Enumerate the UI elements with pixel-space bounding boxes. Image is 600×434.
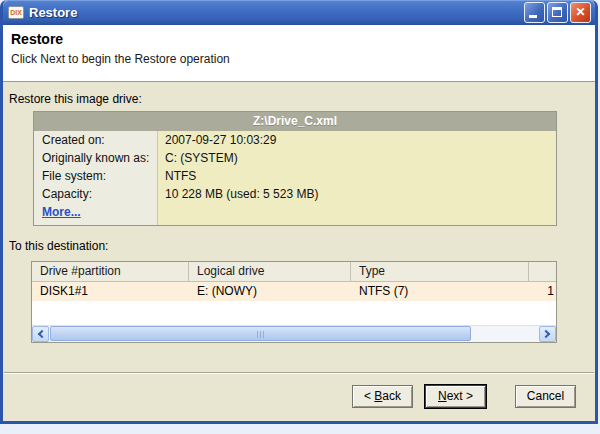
next-button[interactable]: Next > bbox=[424, 384, 487, 409]
table-row: File system: NTFS bbox=[34, 167, 556, 185]
destination-list-header: Drive #partition Logical drive Type bbox=[32, 262, 556, 282]
wizard-header: Restore Click Next to begin the Restore … bbox=[3, 25, 595, 82]
maximize-icon bbox=[552, 7, 562, 17]
back-label: < bbox=[364, 389, 374, 403]
destination-section-label: To this destination: bbox=[9, 239, 595, 253]
row-value: 10 228 MB (used: 5 523 MB) bbox=[158, 185, 556, 203]
page-subtitle: Click Next to begin the Restore operatio… bbox=[11, 52, 585, 66]
screenshot-root: { "window": { "title": "Restore", "icon_… bbox=[0, 0, 600, 434]
scroll-left-button[interactable] bbox=[32, 326, 49, 342]
column-header-type[interactable]: Type bbox=[351, 262, 529, 281]
column-header-size[interactable] bbox=[529, 262, 556, 281]
row-value: NTFS bbox=[158, 167, 556, 185]
app-icon: DIX bbox=[8, 6, 24, 19]
row-label: Originally known as: bbox=[34, 149, 158, 167]
page-title: Restore bbox=[11, 31, 585, 47]
row-label: Created on: bbox=[34, 131, 158, 149]
restore-dialog-window: DIX Restore ✕ Restore Click Next to begi… bbox=[0, 0, 598, 424]
more-cell: More... bbox=[34, 203, 158, 225]
dialog-body: Restore this image drive: Z:\Drive_C.xml… bbox=[3, 82, 595, 343]
cell-logical: E: (NOWY) bbox=[189, 282, 351, 301]
more-link[interactable]: More... bbox=[42, 205, 81, 219]
cell-type: NTFS (7) bbox=[351, 282, 529, 301]
close-icon: ✕ bbox=[571, 3, 590, 22]
minimize-button[interactable] bbox=[524, 2, 545, 23]
row-label: File system: bbox=[34, 167, 158, 185]
window-title: Restore bbox=[29, 5, 522, 20]
chevron-left-icon bbox=[38, 330, 46, 338]
chevron-right-icon bbox=[542, 330, 550, 338]
cancel-button[interactable]: Cancel bbox=[515, 385, 576, 408]
column-header-drive[interactable]: Drive #partition bbox=[32, 262, 189, 281]
cell-drive: DISK1#1 bbox=[32, 282, 189, 301]
scroll-right-button[interactable] bbox=[539, 326, 556, 342]
close-button[interactable]: ✕ bbox=[570, 2, 591, 23]
destination-row[interactable]: DISK1#1 E: (NOWY) NTFS (7) 1 bbox=[32, 282, 556, 301]
source-image-path: Z:\Drive_C.xml bbox=[34, 112, 556, 131]
footer-divider bbox=[4, 372, 594, 374]
minimize-icon bbox=[529, 15, 537, 18]
back-button[interactable]: < Back bbox=[352, 385, 413, 408]
row-value bbox=[158, 203, 556, 225]
table-row: More... bbox=[34, 203, 556, 225]
scrollbar-track[interactable] bbox=[49, 326, 539, 342]
row-value: C: (SYSTEM) bbox=[158, 149, 556, 167]
titlebar[interactable]: DIX Restore ✕ bbox=[3, 0, 595, 25]
row-label: Capacity: bbox=[34, 185, 158, 203]
row-value: 2007-09-27 10:03:29 bbox=[158, 131, 556, 149]
source-section-label: Restore this image drive: bbox=[9, 92, 595, 106]
scrollbar-thumb[interactable] bbox=[50, 326, 471, 341]
list-empty-area bbox=[32, 301, 556, 325]
next-accesskey: N bbox=[438, 389, 447, 403]
next-label-rest: ext > bbox=[447, 389, 473, 403]
column-header-logical[interactable]: Logical drive bbox=[189, 262, 351, 281]
cell-size: 1 bbox=[529, 282, 556, 301]
back-label-rest: ack bbox=[382, 389, 401, 403]
maximize-button[interactable] bbox=[547, 2, 568, 23]
horizontal-scrollbar bbox=[32, 325, 556, 342]
source-image-table: Z:\Drive_C.xml Created on: 2007-09-27 10… bbox=[33, 111, 557, 226]
scrollbar-grip-icon bbox=[257, 331, 266, 338]
table-row: Capacity: 10 228 MB (used: 5 523 MB) bbox=[34, 185, 556, 203]
destination-list: Drive #partition Logical drive Type DISK… bbox=[31, 261, 557, 343]
table-row: Originally known as: C: (SYSTEM) bbox=[34, 149, 556, 167]
table-row: Created on: 2007-09-27 10:03:29 bbox=[34, 131, 556, 149]
